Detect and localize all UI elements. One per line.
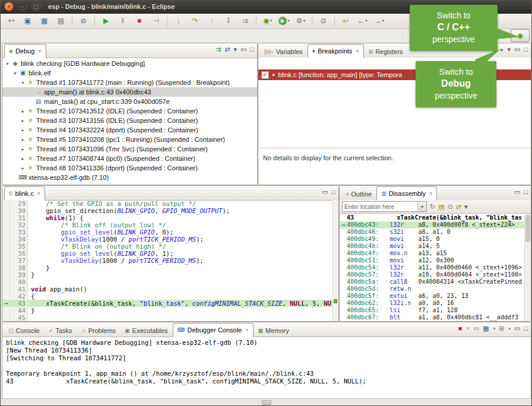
code-line[interactable]: gpio_set_level(BLINK_GPIO, 1); — [28, 250, 332, 257]
code-line[interactable]: void app_main() — [28, 286, 332, 293]
debug-tree-item[interactable]: ▾◆blink checking [GDB Hardware Debugging… — [2, 59, 257, 68]
maximize-view-icon[interactable]: □ — [524, 46, 528, 53]
disasm-row[interactable]: 400dbc46: s32i a8, a1, 0 — [340, 229, 525, 236]
last-edit-location-button[interactable]: ↩ — [338, 14, 354, 28]
line-number[interactable]: 31 — [10, 214, 26, 221]
external-tools-button[interactable]: ⚙▾ — [293, 14, 309, 28]
debug-tree-item[interactable]: ▸≡Thread #6 1073431096 (Tmr Svc) (Suspen… — [2, 144, 257, 154]
code-line[interactable] — [28, 278, 332, 286]
tab-debugger-console[interactable]: ⌨Debugger Console× — [173, 323, 254, 337]
debug-button[interactable]: ◉▾ — [259, 14, 276, 28]
save-all-button[interactable]: ▦ — [36, 14, 52, 28]
maximize-view-icon[interactable]: □ — [524, 325, 528, 332]
maximize-view-icon[interactable]: □ — [524, 189, 528, 195]
code-line[interactable]: vTaskDelay(1000 / portTICK_PERIOD_MS); — [28, 257, 332, 264]
search-button[interactable]: ⊙ — [315, 14, 331, 28]
debug-tree-item[interactable]: ▾▣blink.elf — [2, 68, 257, 78]
expand-icon[interactable]: ▸ — [20, 137, 26, 142]
disasm-row[interactable]: 400dbc5d: retw.n — [340, 286, 525, 293]
line-number[interactable]: 40 — [10, 278, 26, 286]
tab-blink-c[interactable]: Cblink.c× — [4, 186, 45, 201]
code-line[interactable]: } — [28, 264, 332, 271]
line-number[interactable]: 42 — [10, 293, 26, 300]
disasm-row[interactable]: 400dbc49: movi a15, 0 — [340, 236, 525, 243]
debug-tree-item[interactable]: →app_main() at blink.c:43 0x400dbc43 — [2, 87, 257, 97]
line-number[interactable]: 33 — [10, 229, 26, 236]
terminate-icon[interactable]: ■ — [458, 325, 463, 332]
show-source-icon[interactable]: ▤ — [438, 204, 444, 210]
disasm-row[interactable]: 400dbc54: l32r a11, 0x400d0460 <_stext+1… — [340, 264, 525, 271]
line-number[interactable]: 30 — [10, 207, 26, 214]
line-number[interactable]: 35 — [10, 243, 26, 250]
tab-debug[interactable]: ◈Debug× — [4, 44, 46, 58]
open-console-icon-dropdown[interactable]: ▾ — [508, 326, 511, 331]
disasm-source-row[interactable]: 43 xTaskCreate(&blink_task, "blink_tas — [340, 214, 525, 221]
sync-context-icon[interactable]: ⇄ — [456, 204, 461, 210]
debug-button-dropdown[interactable]: ▾ — [270, 18, 272, 23]
debug-tree-item[interactable]: ▤main_task() at cpu_start.c:339 0x400d05… — [2, 97, 257, 106]
disasm-row[interactable]: 400dbc4f: mov.n a13, a15 — [340, 250, 525, 257]
expand-icon[interactable]: ▸ — [20, 166, 26, 171]
tab-registers[interactable]: ⊞Registers — [365, 46, 407, 58]
maximize-view-icon[interactable]: □ — [331, 189, 335, 195]
code-line[interactable] — [28, 314, 332, 321]
code-line[interactable]: gpio_set_level(BLINK_GPIO, 0); — [28, 229, 332, 236]
location-combo[interactable]: Enter location here ▾ — [342, 201, 427, 212]
editor-overview-ruler[interactable] — [332, 200, 338, 321]
overview-annotation[interactable] — [334, 299, 337, 303]
editor-code-area[interactable]: /* Set the GPIO as a push/pull output */… — [28, 200, 332, 321]
line-number[interactable]: 41 — [10, 286, 26, 293]
code-line[interactable]: /* Blink off (output low) */ — [28, 221, 332, 229]
line-number[interactable]: 29 — [10, 200, 26, 207]
step-return-button[interactable]: ↑ — [204, 14, 220, 28]
instruction-stepping-button[interactable]: ⇉ — [237, 14, 253, 28]
line-number[interactable]: 34 — [10, 236, 26, 243]
window-maximize-button[interactable]: ▢ — [31, 2, 41, 11]
tab-variables[interactable]: (x)=Variables — [260, 46, 307, 58]
resume-button[interactable]: ▶ — [98, 14, 114, 28]
save-button[interactable]: ▣ — [20, 14, 36, 28]
disasm-row[interactable]: 400dbc51: movi a12, 0x300 — [340, 257, 525, 264]
tab-console[interactable]: ▢Console — [4, 325, 44, 337]
code-line[interactable]: xTaskCreate(&blink_task, "blink_task", c… — [28, 300, 332, 307]
external-tools-button-dropdown[interactable]: ▾ — [303, 18, 306, 23]
refresh-icon[interactable]: ↻ — [430, 204, 435, 210]
disasm-row[interactable]: 400dbc65: lsi f7, a1, 128 — [340, 307, 525, 314]
expand-icon[interactable]: ▸ — [20, 147, 26, 152]
debug-tree-item[interactable]: ▸≡Thread #2 1073413512 (IDLE) (Suspended… — [2, 106, 257, 116]
collapse-icon[interactable]: ▾ — [4, 61, 11, 66]
disasm-row[interactable]: 400dbc67: blt a1, a8, 0x400dbc81 <__addd… — [340, 314, 525, 321]
display-selected-console-icon-dropdown[interactable]: ▾ — [493, 326, 496, 331]
minimize-view-icon[interactable]: ▭ — [514, 325, 520, 332]
debug-tree-item[interactable]: ▾≡Thread #1 1073411772 (main : Running) … — [2, 78, 257, 87]
window-minimize-button[interactable]: − — [18, 2, 27, 11]
disconnect-button[interactable]: ⊣ — [148, 14, 164, 28]
line-number[interactable]: 37 — [10, 257, 26, 264]
debug-tree-item[interactable]: ▸≡Thread #7 1073408744 (ipc0) (Suspended… — [2, 154, 257, 163]
minimize-view-icon[interactable]: ▭ — [514, 189, 520, 195]
tab-memory[interactable]: ▦Memory — [254, 325, 293, 337]
combo-dropdown-icon[interactable]: ▾ — [417, 202, 426, 211]
close-tab-icon[interactable]: × — [37, 191, 40, 196]
debug-tree-item[interactable]: ▸≡Thread #5 1073410208 (ipc1 : Running) … — [2, 135, 257, 144]
skip-all-breakpoints-button[interactable]: ⊘ — [75, 14, 91, 28]
expand-icon[interactable]: ▸ — [20, 118, 26, 123]
remove-launch-icon[interactable]: × — [466, 325, 469, 332]
tab-executables[interactable]: ▣Executables — [121, 325, 172, 337]
step-into-button[interactable]: ↓ — [170, 14, 186, 28]
debug-tree-item[interactable]: ⌨xtensa-esp32-elf-gdb (7.10) — [2, 173, 257, 182]
line-number[interactable]: 36 — [10, 250, 26, 257]
close-tab-icon[interactable]: × — [429, 191, 432, 196]
code-line[interactable]: while(1) { — [28, 214, 332, 221]
close-tab-icon[interactable]: × — [245, 327, 248, 333]
close-tab-icon[interactable]: × — [38, 48, 41, 54]
connect-process-icon[interactable]: ⇄ — [224, 46, 230, 53]
debug-tree-item[interactable]: ▸≡Thread #4 1073432224 (dport) (Suspende… — [2, 125, 257, 135]
new-wizard-button-dropdown[interactable]: ▾ — [12, 18, 15, 23]
print-button[interactable]: ▤ — [53, 14, 69, 28]
line-number[interactable]: 44 — [10, 307, 26, 314]
code-line[interactable]: { — [28, 293, 332, 300]
line-number[interactable]: 43 — [10, 300, 26, 307]
tab-outline[interactable]: ≡Outline — [341, 188, 376, 200]
line-number[interactable]: 45 — [10, 314, 26, 321]
